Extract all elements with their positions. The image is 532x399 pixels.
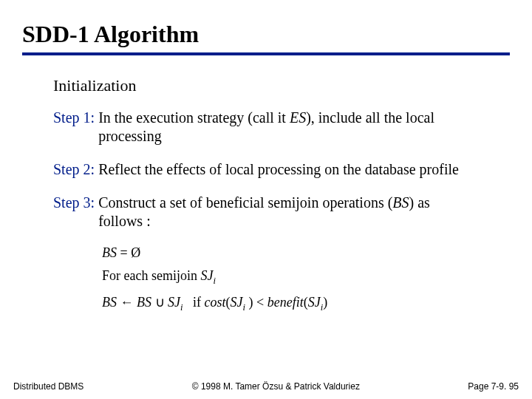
step-1-label: Step 1: xyxy=(53,109,95,127)
step-2: Step 2: Reflect the effects of local pro… xyxy=(53,160,510,179)
formula-line-1: BS = Ø xyxy=(102,245,510,261)
footer-right: Page 7-9. 95 xyxy=(468,381,519,392)
formula-line-3: BS ← BS ∪ SJi if cost(SJi ) < benefit(SJ… xyxy=(102,294,510,313)
slide-title: SDD-1 Algorithm xyxy=(22,21,510,48)
step-2-body: Reflect the effects of local processing … xyxy=(98,160,459,179)
footer-center: © 1998 M. Tamer Özsu & Patrick Valduriez xyxy=(192,381,360,392)
section-heading: Initialization xyxy=(53,76,510,95)
footer-left: Distributed DBMS xyxy=(13,381,83,392)
footer: Distributed DBMS © 1998 M. Tamer Özsu & … xyxy=(0,381,532,392)
step-3-body: Construct a set of beneficial semijoin o… xyxy=(98,194,468,231)
step-3-label: Step 3: xyxy=(53,194,95,212)
step-2-label: Step 2: xyxy=(53,160,95,179)
title-underline xyxy=(22,52,510,55)
formula-block: BS = Ø For each semijoin SJi BS ← BS ∪ S… xyxy=(102,245,510,313)
step-1: Step 1: In the execution strategy (call … xyxy=(53,109,510,146)
step-3: Step 3: Construct a set of beneficial se… xyxy=(53,194,510,231)
formula-line-2: For each semijoin SJi xyxy=(102,268,510,287)
step-1-body: In the execution strategy (call it ES), … xyxy=(98,109,468,146)
